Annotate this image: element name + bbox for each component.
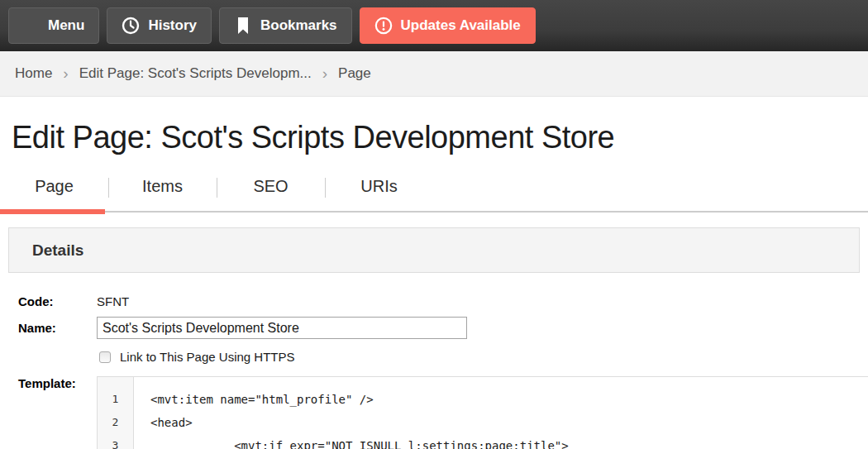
tab-items[interactable]: Items <box>108 168 217 211</box>
line-number: 3 <box>98 434 133 449</box>
breadcrumb-edit-page[interactable]: Edit Page: Scot's Scripts Developm... <box>79 65 312 82</box>
tab-seo[interactable]: SEO <box>217 168 325 211</box>
code-line: <mvt:if expr="NOT ISNULL l:settings:page… <box>150 434 868 449</box>
editor-line-numbers: 1 2 3 <box>98 377 134 449</box>
code-label: Code: <box>18 294 97 308</box>
https-checkbox-label: Link to This Page Using HTTPS <box>120 350 294 364</box>
tab-uris[interactable]: URIs <box>325 168 433 211</box>
bookmarks-button-label: Bookmarks <box>260 17 337 34</box>
editor-code-area[interactable]: <mvt:item name="html_profile" /> <head> … <box>134 377 868 449</box>
breadcrumb-home[interactable]: Home <box>15 65 52 82</box>
template-label: Template: <box>18 376 97 390</box>
tab-bar: Page Items SEO URIs <box>0 168 868 213</box>
https-row: Link to This Page Using HTTPS <box>18 350 868 364</box>
https-checkbox[interactable] <box>99 351 111 363</box>
breadcrumb-page[interactable]: Page <box>338 65 371 82</box>
line-number: 2 <box>98 411 133 434</box>
name-row: Name: <box>18 317 868 339</box>
top-toolbar: Menu History Bookmarks Updates Available <box>0 0 868 51</box>
history-button-label: History <box>148 17 197 34</box>
details-section-header: Details <box>8 227 860 273</box>
history-icon <box>122 17 140 35</box>
updates-available-button[interactable]: Updates Available <box>360 7 536 44</box>
menu-icon <box>23 20 40 32</box>
name-label: Name: <box>18 321 97 335</box>
history-button[interactable]: History <box>107 7 212 44</box>
chevron-right-icon: › <box>322 64 327 83</box>
bookmarks-button[interactable]: Bookmarks <box>219 7 352 44</box>
tab-page[interactable]: Page <box>0 168 108 211</box>
details-heading: Details <box>32 241 83 260</box>
bookmark-icon <box>234 17 252 35</box>
code-line: <mvt:item name="html_profile" /> <box>150 388 868 411</box>
menu-button-label: Menu <box>48 17 84 34</box>
page-title: Edit Page: Scot's Scripts Development St… <box>12 118 868 156</box>
code-value: SFNT <box>97 294 129 308</box>
chevron-right-icon: › <box>63 64 68 83</box>
alert-icon <box>374 17 393 35</box>
menu-button[interactable]: Menu <box>8 7 99 44</box>
line-number: 1 <box>98 388 133 411</box>
name-input[interactable] <box>97 317 467 339</box>
updates-available-label: Updates Available <box>401 17 521 34</box>
template-row: Template: 1 2 3 <mvt:item name="html_pro… <box>18 376 868 449</box>
code-row: Code: SFNT <box>18 294 868 308</box>
template-code-editor[interactable]: 1 2 3 <mvt:item name="html_profile" /> <… <box>97 376 868 449</box>
breadcrumb: Home › Edit Page: Scot's Scripts Develop… <box>0 51 868 97</box>
code-line: <head> <box>150 411 868 434</box>
details-form: Code: SFNT Name: Link to This Page Using… <box>18 294 868 449</box>
